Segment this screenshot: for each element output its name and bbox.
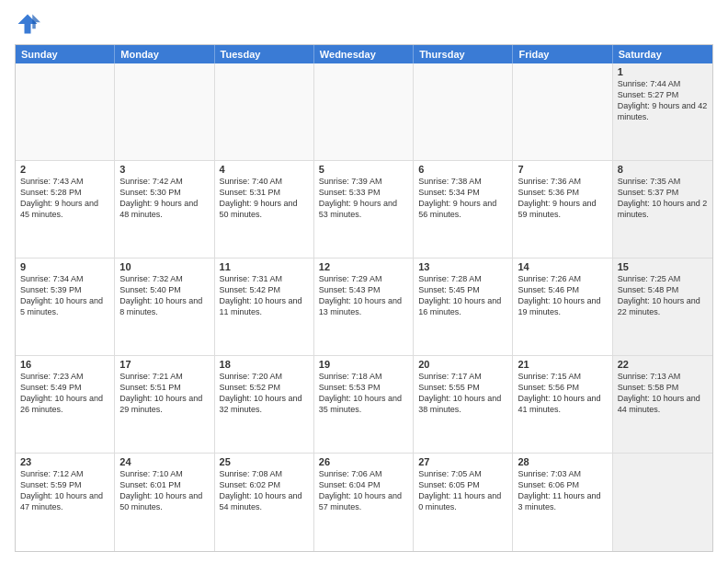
day-number: 18 [220,359,309,370]
cal-cell: 5Sunrise: 7:39 AMSunset: 5:33 PMDaylight… [314,161,414,258]
cal-cell: 9Sunrise: 7:34 AMSunset: 5:39 PMDaylight… [16,259,115,355]
day-info: Sunrise: 7:17 AMSunset: 5:55 PMDaylight:… [418,371,507,416]
cal-cell [414,63,513,160]
cal-cell [115,63,214,160]
page: SundayMondayTuesdayWednesdayThursdayFrid… [0,0,728,563]
day-info: Sunrise: 7:31 AMSunset: 5:42 PMDaylight:… [220,273,309,318]
day-number: 28 [518,456,607,467]
week-row-4: 16Sunrise: 7:23 AMSunset: 5:49 PMDayligh… [16,356,712,454]
cal-cell: 6Sunrise: 7:38 AMSunset: 5:34 PMDaylight… [414,161,513,258]
weekday-header-saturday: Saturday [613,45,712,63]
day-info: Sunrise: 7:15 AMSunset: 5:56 PMDaylight:… [518,371,607,416]
cal-cell: 7Sunrise: 7:36 AMSunset: 5:36 PMDaylight… [513,161,612,258]
cal-cell: 19Sunrise: 7:18 AMSunset: 5:53 PMDayligh… [314,356,414,453]
day-number: 11 [220,261,309,272]
weekday-header-wednesday: Wednesday [314,45,414,63]
logo [15,11,44,37]
day-info: Sunrise: 7:28 AMSunset: 5:45 PMDaylight:… [418,273,507,318]
cal-cell: 27Sunrise: 7:05 AMSunset: 6:05 PMDayligh… [414,454,513,551]
cal-cell: 16Sunrise: 7:23 AMSunset: 5:49 PMDayligh… [16,356,115,453]
day-info: Sunrise: 7:42 AMSunset: 5:30 PMDaylight:… [119,176,209,221]
day-number: 24 [119,456,209,467]
day-number: 1 [618,66,708,77]
cal-cell: 14Sunrise: 7:26 AMSunset: 5:46 PMDayligh… [513,259,612,355]
week-row-2: 2Sunrise: 7:43 AMSunset: 5:28 PMDaylight… [16,161,712,259]
calendar-header: SundayMondayTuesdayWednesdayThursdayFrid… [16,45,712,63]
day-number: 17 [119,359,209,370]
cal-cell: 4Sunrise: 7:40 AMSunset: 5:31 PMDaylight… [215,161,314,258]
day-info: Sunrise: 7:10 AMSunset: 6:01 PMDaylight:… [119,468,209,513]
cal-cell [16,63,115,160]
header [15,11,713,37]
day-info: Sunrise: 7:26 AMSunset: 5:46 PMDaylight:… [518,273,607,318]
cal-cell [314,63,414,160]
cal-cell: 20Sunrise: 7:17 AMSunset: 5:55 PMDayligh… [414,356,513,453]
cal-cell: 15Sunrise: 7:25 AMSunset: 5:48 PMDayligh… [613,259,712,355]
day-number: 26 [319,456,408,467]
week-row-5: 23Sunrise: 7:12 AMSunset: 5:59 PMDayligh… [16,454,712,551]
cal-cell: 21Sunrise: 7:15 AMSunset: 5:56 PMDayligh… [513,356,612,453]
cal-cell: 25Sunrise: 7:08 AMSunset: 6:02 PMDayligh… [215,454,314,551]
day-info: Sunrise: 7:25 AMSunset: 5:48 PMDaylight:… [618,273,708,318]
day-number: 20 [418,359,507,370]
weekday-header-monday: Monday [115,45,214,63]
day-info: Sunrise: 7:05 AMSunset: 6:05 PMDaylight:… [418,468,507,513]
day-number: 9 [20,261,109,272]
day-info: Sunrise: 7:23 AMSunset: 5:49 PMDaylight:… [20,371,109,416]
cal-cell: 11Sunrise: 7:31 AMSunset: 5:42 PMDayligh… [215,259,314,355]
day-number: 3 [119,164,209,175]
logo-icon [15,11,40,37]
day-number: 23 [20,456,109,467]
cal-cell: 28Sunrise: 7:03 AMSunset: 6:06 PMDayligh… [513,454,612,551]
day-info: Sunrise: 7:43 AMSunset: 5:28 PMDaylight:… [20,176,109,221]
day-number: 15 [618,261,708,272]
day-number: 10 [119,261,209,272]
cal-cell [215,63,314,160]
day-number: 16 [20,359,109,370]
cal-cell [613,454,712,551]
cal-cell: 2Sunrise: 7:43 AMSunset: 5:28 PMDaylight… [16,161,115,258]
cal-cell: 8Sunrise: 7:35 AMSunset: 5:37 PMDaylight… [613,161,712,258]
cal-cell: 13Sunrise: 7:28 AMSunset: 5:45 PMDayligh… [414,259,513,355]
day-number: 12 [319,261,408,272]
day-info: Sunrise: 7:08 AMSunset: 6:02 PMDaylight:… [220,468,309,513]
day-number: 5 [319,164,408,175]
weekday-header-sunday: Sunday [16,45,115,63]
cal-cell: 23Sunrise: 7:12 AMSunset: 5:59 PMDayligh… [16,454,115,551]
weekday-header-thursday: Thursday [414,45,513,63]
calendar-body: 1Sunrise: 7:44 AMSunset: 5:27 PMDaylight… [16,63,712,551]
day-info: Sunrise: 7:13 AMSunset: 5:58 PMDaylight:… [618,371,708,416]
day-info: Sunrise: 7:44 AMSunset: 5:27 PMDaylight:… [618,78,708,123]
day-number: 13 [418,261,507,272]
day-info: Sunrise: 7:39 AMSunset: 5:33 PMDaylight:… [319,176,408,221]
day-info: Sunrise: 7:20 AMSunset: 5:52 PMDaylight:… [220,371,309,416]
day-number: 19 [319,359,408,370]
day-info: Sunrise: 7:40 AMSunset: 5:31 PMDaylight:… [220,176,309,221]
day-info: Sunrise: 7:12 AMSunset: 5:59 PMDaylight:… [20,468,109,513]
cal-cell [513,63,612,160]
day-number: 25 [220,456,309,467]
day-info: Sunrise: 7:18 AMSunset: 5:53 PMDaylight:… [319,371,408,416]
day-number: 27 [418,456,507,467]
svg-marker-1 [32,15,40,29]
week-row-1: 1Sunrise: 7:44 AMSunset: 5:27 PMDaylight… [16,63,712,161]
cal-cell: 22Sunrise: 7:13 AMSunset: 5:58 PMDayligh… [613,356,712,453]
calendar: SundayMondayTuesdayWednesdayThursdayFrid… [15,44,713,552]
day-number: 21 [518,359,607,370]
cal-cell: 3Sunrise: 7:42 AMSunset: 5:30 PMDaylight… [115,161,214,258]
day-info: Sunrise: 7:29 AMSunset: 5:43 PMDaylight:… [319,273,408,318]
cal-cell: 10Sunrise: 7:32 AMSunset: 5:40 PMDayligh… [115,259,214,355]
day-info: Sunrise: 7:32 AMSunset: 5:40 PMDaylight:… [119,273,209,318]
cal-cell: 17Sunrise: 7:21 AMSunset: 5:51 PMDayligh… [115,356,214,453]
cal-cell: 1Sunrise: 7:44 AMSunset: 5:27 PMDaylight… [613,63,712,160]
day-info: Sunrise: 7:35 AMSunset: 5:37 PMDaylight:… [618,176,708,221]
cal-cell: 24Sunrise: 7:10 AMSunset: 6:01 PMDayligh… [115,454,214,551]
cal-cell: 26Sunrise: 7:06 AMSunset: 6:04 PMDayligh… [314,454,414,551]
day-info: Sunrise: 7:21 AMSunset: 5:51 PMDaylight:… [119,371,209,416]
day-number: 14 [518,261,607,272]
weekday-header-friday: Friday [513,45,612,63]
day-number: 4 [220,164,309,175]
day-info: Sunrise: 7:03 AMSunset: 6:06 PMDaylight:… [518,468,607,513]
day-number: 7 [518,164,607,175]
weekday-header-tuesday: Tuesday [215,45,314,63]
